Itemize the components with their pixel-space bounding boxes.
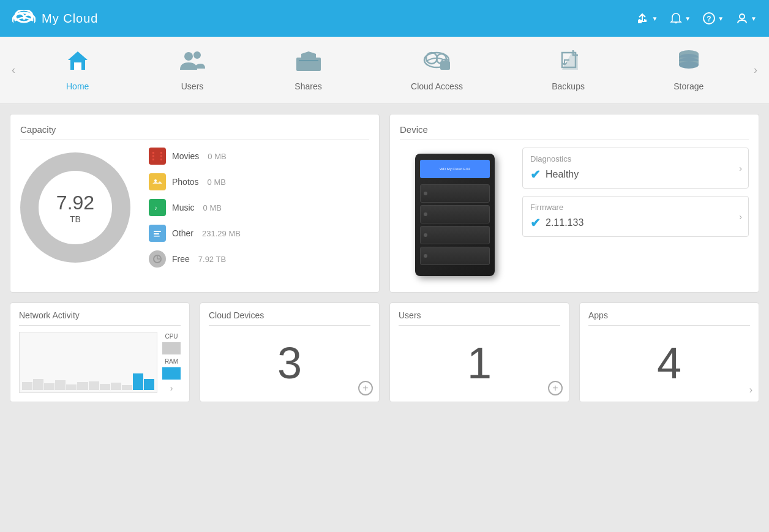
apps-arrow-button[interactable]: ›	[749, 384, 752, 395]
svg-point-9	[184, 52, 193, 61]
free-value: 7.92 TB	[198, 255, 226, 264]
ram-bar	[162, 367, 181, 380]
users-footer: +	[548, 381, 563, 395]
alerts-button[interactable]: ▼	[670, 12, 691, 24]
ram-label: RAM	[165, 358, 178, 365]
graph-bar-1	[22, 382, 32, 391]
drive-dot-3	[424, 233, 427, 237]
home-icon	[66, 49, 90, 77]
network-arrow[interactable]: ›	[170, 383, 173, 393]
cpu-bar	[162, 342, 181, 354]
photo-icon	[152, 178, 162, 186]
other-value: 231.29 MB	[202, 229, 241, 238]
users-card-title: Users	[399, 310, 560, 326]
svg-rect-32	[152, 178, 162, 186]
cloud-access-icon	[423, 49, 450, 77]
free-label: Free	[172, 254, 190, 264]
shares-icon	[296, 49, 321, 77]
graph-bar-5	[66, 384, 77, 390]
shares-svg	[296, 49, 321, 71]
usb-caret: ▼	[651, 15, 658, 22]
backups-icon	[556, 49, 580, 77]
device-card: Device WD My Cloud EX4	[389, 114, 759, 293]
usb-button[interactable]: ▼	[636, 13, 658, 24]
free-icon	[149, 250, 166, 268]
help-icon: ?	[703, 12, 715, 24]
tab-users[interactable]: Users	[167, 43, 218, 97]
nas-device: WD My Cloud EX4	[415, 154, 495, 276]
ram-legend: RAM	[162, 358, 181, 380]
network-activity-title: Network Activity	[19, 310, 181, 326]
free-svg	[152, 255, 162, 263]
nav-prev-arrow[interactable]: ‹	[6, 58, 21, 83]
tab-shares[interactable]: Shares	[282, 43, 334, 97]
capacity-title: Capacity	[20, 124, 369, 140]
graph-bar-9	[111, 383, 121, 390]
apps-footer: ›	[749, 384, 752, 395]
help-button[interactable]: ? ▼	[703, 12, 724, 24]
tab-home-label: Home	[66, 81, 89, 91]
nas-screen-text: WD My Cloud EX4	[440, 167, 470, 171]
music-label: Music	[172, 203, 195, 212]
graph-bar-12	[144, 379, 154, 390]
user-button[interactable]: ▼	[736, 12, 757, 24]
cloud-devices-count: 3	[209, 332, 370, 394]
nas-drive-1	[420, 184, 490, 203]
users-add-button[interactable]: +	[548, 381, 563, 395]
film-icon	[152, 152, 162, 160]
diagnostics-arrow[interactable]: ›	[739, 163, 742, 173]
backups-svg	[556, 49, 580, 71]
svg-rect-30	[152, 155, 154, 157]
graph-bar-7	[89, 381, 99, 390]
legend-free: Free 7.92 TB	[149, 250, 369, 268]
nas-drive-3	[420, 226, 490, 244]
tab-storage[interactable]: Storage	[661, 43, 716, 97]
nas-drive-2	[420, 205, 490, 223]
graph-bar-3	[44, 383, 54, 390]
tab-backups[interactable]: Backups	[539, 43, 597, 97]
photos-icon	[149, 173, 166, 190]
device-title: Device	[400, 124, 749, 140]
network-content: CPU RAM ›	[19, 332, 181, 393]
apps-count: 4	[588, 332, 750, 394]
other-label: Other	[172, 228, 193, 238]
tab-users-label: Users	[181, 81, 204, 91]
cloud-devices-footer: +	[358, 381, 373, 395]
users-card: Users 1 +	[389, 302, 569, 402]
tab-cloud-access[interactable]: Cloud Access	[399, 43, 475, 97]
cpu-label: CPU	[165, 333, 178, 340]
tab-cloud-access-label: Cloud Access	[411, 81, 463, 91]
tab-shares-label: Shares	[294, 81, 321, 91]
apps-card-title: Apps	[588, 310, 750, 326]
movies-value: 0 MB	[208, 152, 226, 161]
graph-bar-10	[122, 385, 132, 390]
main-content: Capacity 7.92 TB	[0, 104, 769, 302]
network-legend: CPU RAM ›	[162, 333, 181, 393]
svg-rect-3	[13, 20, 34, 27]
graph-bar-2	[33, 379, 43, 390]
header: My Cloud ▼ ▼ ? ▼	[0, 0, 769, 37]
cloud-devices-add-button[interactable]: +	[358, 381, 373, 395]
drive-dot-4	[424, 254, 427, 258]
app-title: My Cloud	[42, 12, 98, 26]
diagnostics-box: Diagnostics ✔ Healthy ›	[522, 148, 749, 189]
cloud-devices-title: Cloud Devices	[209, 310, 370, 326]
drive-dot-2	[424, 212, 427, 216]
firmware-arrow[interactable]: ›	[739, 212, 742, 222]
legend-photos: Photos 0 MB	[149, 173, 369, 190]
nav-next-arrow[interactable]: ›	[748, 58, 763, 83]
tab-home[interactable]: Home	[53, 43, 102, 97]
svg-rect-28	[152, 159, 154, 160]
firmware-box: Firmware ✔ 2.11.133 ›	[522, 196, 749, 237]
svg-rect-38	[154, 233, 159, 234]
svg-rect-26	[152, 152, 154, 154]
svg-text:?: ?	[707, 15, 711, 23]
nav-tabs: Home Users Shares	[21, 43, 748, 97]
graph-bar-6	[77, 382, 88, 390]
capacity-legend: Movies 0 MB Photos 0 MB	[149, 148, 369, 268]
storage-svg	[677, 49, 701, 71]
bell-icon	[670, 12, 682, 24]
svg-rect-11	[296, 58, 321, 71]
svg-rect-39	[154, 236, 160, 237]
photos-label: Photos	[172, 177, 199, 187]
